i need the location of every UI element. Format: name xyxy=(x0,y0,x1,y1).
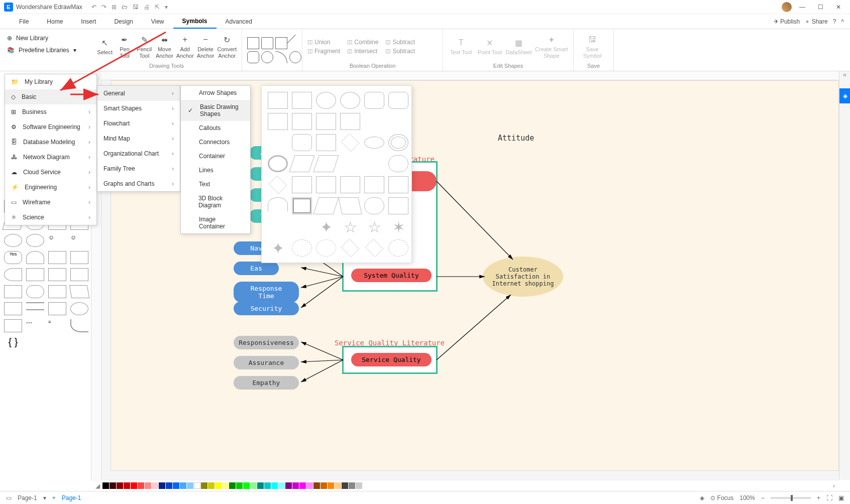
color-swatch[interactable] xyxy=(215,482,222,489)
color-swatch[interactable] xyxy=(131,482,137,489)
popup-shape[interactable] xyxy=(316,176,336,193)
family-tree-item[interactable]: Family Tree› xyxy=(97,161,180,176)
menu-symbols[interactable]: Symbols xyxy=(173,15,217,29)
shape-arc-icon[interactable] xyxy=(275,51,287,63)
popup-shape[interactable] xyxy=(364,113,384,130)
subtract-button[interactable]: ◫ Subtract xyxy=(385,39,415,46)
engineering-category[interactable]: ⚡ Engineering› xyxy=(5,180,96,195)
popup-shape[interactable] xyxy=(341,239,360,258)
page-nav-icon[interactable]: ▭ xyxy=(6,494,12,501)
arrow-shapes-item[interactable]: Arrow Shapes xyxy=(181,86,250,100)
color-swatch[interactable] xyxy=(145,482,151,489)
layers-icon[interactable]: ◈ xyxy=(700,494,704,501)
minimize-button[interactable]: — xyxy=(795,0,810,14)
color-swatch[interactable] xyxy=(257,482,264,489)
library-shape[interactable]: Yes xyxy=(4,251,22,264)
help-icon[interactable]: ? xyxy=(833,18,836,25)
popup-shape[interactable] xyxy=(388,155,408,172)
popup-shape[interactable] xyxy=(316,134,336,151)
popup-shape[interactable] xyxy=(364,92,384,109)
page-select[interactable]: Page-1 xyxy=(18,494,37,501)
popup-shape[interactable] xyxy=(292,134,312,151)
color-swatch[interactable] xyxy=(328,482,334,489)
pen-tool[interactable]: ✒Pen Tool xyxy=(116,34,133,58)
popup-shape[interactable] xyxy=(268,134,288,151)
menu-design[interactable]: Design xyxy=(105,15,142,28)
share-button[interactable]: ⚬ Share xyxy=(805,18,827,25)
page-dropdown-icon[interactable]: ▾ xyxy=(43,494,46,501)
software-category[interactable]: ⚙ Software Engineering› xyxy=(5,119,96,135)
save-icon[interactable]: 🖫 xyxy=(133,4,139,11)
add-anchor-tool[interactable]: +Add Anchor xyxy=(176,34,194,58)
popup-shape[interactable] xyxy=(340,92,360,109)
maximize-button[interactable]: ☐ xyxy=(813,0,828,14)
popup-shape[interactable] xyxy=(364,137,384,149)
fit-icon[interactable]: ▣ xyxy=(838,494,844,501)
library-shape[interactable] xyxy=(26,285,44,298)
pencil-tool[interactable]: ✎Pencil Tool xyxy=(136,34,153,58)
focus-button[interactable]: ⊙ Focus xyxy=(710,494,733,501)
popup-shape[interactable] xyxy=(292,197,312,214)
popup-shape[interactable] xyxy=(313,155,339,172)
popup-shape[interactable] xyxy=(364,197,384,214)
predefine-libraries-button[interactable]: 📚 Predefine Libraries▾ xyxy=(3,44,88,56)
connectors-item[interactable]: Connectors xyxy=(181,135,250,149)
color-swatch[interactable] xyxy=(349,482,355,489)
shape-circle-icon[interactable] xyxy=(261,51,273,63)
library-shape[interactable] xyxy=(69,285,90,298)
color-swatch[interactable] xyxy=(208,482,215,489)
lines-item[interactable]: Lines xyxy=(181,163,250,177)
color-swatch[interactable] xyxy=(278,482,285,489)
library-shape[interactable]: ☺ xyxy=(70,234,88,247)
color-swatch[interactable] xyxy=(342,482,348,489)
select-tool[interactable]: ↖Select xyxy=(96,37,113,55)
color-swatch[interactable] xyxy=(102,482,109,489)
graphs-item[interactable]: Graphs and Charts› xyxy=(97,176,180,191)
library-shape[interactable] xyxy=(26,251,44,264)
color-swatch[interactable] xyxy=(229,482,236,489)
popup-shape[interactable]: ✶ xyxy=(388,218,408,235)
color-swatch[interactable] xyxy=(159,482,165,489)
popup-shape[interactable] xyxy=(268,218,288,235)
popup-shape[interactable] xyxy=(289,155,314,172)
popup-shape[interactable] xyxy=(388,134,408,151)
color-swatch[interactable] xyxy=(335,482,341,489)
right-panel-collapsed[interactable]: « ◈ xyxy=(839,71,850,480)
outcome-ellipse[interactable]: Customer Satisfaction in Internet shoppi… xyxy=(483,257,563,297)
popup-shape[interactable] xyxy=(388,239,408,257)
pill-gray[interactable]: Responsiveness xyxy=(234,336,299,349)
general-item[interactable]: General› xyxy=(97,86,180,101)
popup-shape[interactable] xyxy=(388,113,408,130)
right-panel-toggle[interactable]: ◈ xyxy=(839,88,850,103)
callouts-item[interactable]: Callouts xyxy=(181,121,250,135)
popup-shape[interactable] xyxy=(388,92,408,109)
user-avatar[interactable] xyxy=(782,2,792,12)
popup-shape[interactable] xyxy=(364,155,384,172)
popup-shape[interactable]: ✦ xyxy=(316,218,336,235)
convert-anchor-tool[interactable]: ↻Convert Anchor xyxy=(217,34,237,58)
popup-shape[interactable] xyxy=(364,176,384,193)
color-swatch[interactable] xyxy=(194,482,200,489)
library-shape[interactable] xyxy=(70,268,88,281)
cloud-category[interactable]: ☁ Cloud Service› xyxy=(5,165,96,180)
library-shape[interactable] xyxy=(48,302,66,315)
redo-icon[interactable]: ↷ xyxy=(101,4,107,11)
color-palette-bar[interactable]: ◢ › xyxy=(91,480,839,491)
color-swatch[interactable] xyxy=(271,482,278,489)
popup-shape[interactable] xyxy=(316,113,336,130)
color-swatch[interactable] xyxy=(152,482,158,489)
pill-blue[interactable]: Security xyxy=(234,302,299,315)
publish-button[interactable]: ✈ Publish xyxy=(774,18,800,25)
menu-view[interactable]: View xyxy=(142,15,173,28)
eyedropper-icon[interactable]: ◢ xyxy=(95,482,100,489)
color-swatch[interactable] xyxy=(250,482,257,489)
menu-insert[interactable]: Insert xyxy=(72,15,105,28)
color-swatch[interactable] xyxy=(299,482,306,489)
color-swatch[interactable] xyxy=(356,482,362,489)
shape-pentagon-icon[interactable] xyxy=(261,37,273,49)
image-container-item[interactable]: Image Container xyxy=(181,212,250,233)
basic-category[interactable]: ◇ Basic› xyxy=(5,89,96,104)
flowchart-item[interactable]: Flowchart› xyxy=(97,116,180,131)
popup-shape[interactable] xyxy=(268,155,288,172)
pill-gray[interactable]: Assurance xyxy=(234,356,299,369)
